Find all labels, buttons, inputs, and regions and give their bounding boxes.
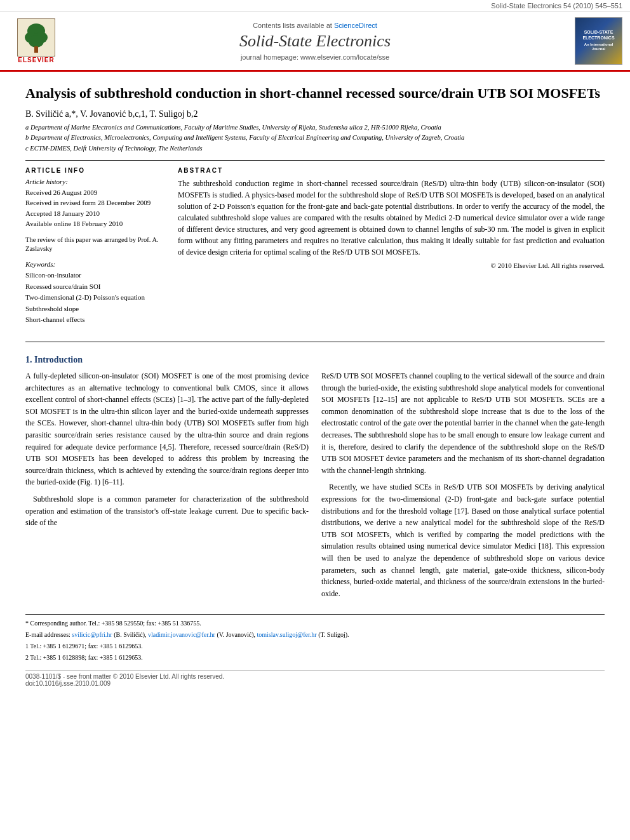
contents-line: Contents lists available at ScienceDirec… [65,22,565,29]
authors-text: B. Sviličić a,*, V. Jovanović b,c,1, T. … [25,109,198,119]
citation-text: Solid-State Electronics 54 (2010) 545–55… [491,2,622,10]
elsevier-tree-icon [17,18,55,57]
footnote-note1: 1 Tel.: +385 1 6129671; fax: +385 1 6129… [25,641,605,651]
abstract-text: The subthreshold conduction regime in sh… [178,178,605,258]
affiliation-b: b Department of Electronics, Microelectr… [25,133,605,143]
divider-top [25,160,605,161]
footnotes-area: * Corresponding author. Tel.: +385 98 52… [25,614,605,662]
homepage-line: journal homepage: www.elsevier.com/locat… [65,53,565,61]
bottom-line1: 0038-1101/$ - see front matter © 2010 El… [25,673,605,680]
affiliations: a Department of Marine Electronics and C… [25,123,605,154]
bottom-bar: 0038-1101/$ - see front matter © 2010 El… [25,670,605,687]
divider-mid [25,342,605,342]
citation-bar: Solid-State Electronics 54 (2010) 545–55… [0,0,630,12]
intro-para-4: Recently, we have studied SCEs in ReS/D … [321,481,605,599]
svg-rect-5 [34,46,38,53]
history-label: Article history: [25,178,165,185]
body-col-right: ReS/D UTB SOI MOSFETs channel coupling t… [321,370,605,604]
article-title: Analysis of subthreshold conduction in s… [25,84,605,103]
sse-logo-text: SOLID-STATE ELECTRONICS An International… [578,30,619,51]
keyword-4: Subthreshold slope [25,303,165,315]
footnote-email: E-mail addresses: svilicic@pfri.hr (B. S… [25,630,605,639]
keyword-2: Recessed source/drain SOI [25,281,165,293]
journal-header: ELSEVIER Contents lists available at Sci… [0,12,630,72]
elsevier-logo-area: ELSEVIER [8,18,65,63]
keyword-1: Silicon-on-insulator [25,270,165,281]
contents-text: Contents lists available at [253,22,332,29]
email-label: E-mail addresses: [25,631,70,638]
bottom-line2: doi:10.1016/j.sse.2010.01.009 [25,680,605,687]
accepted-date: Accepted 18 January 2010 [25,208,165,219]
keyword-3: Two-dimensional (2-D) Poisson's equation [25,292,165,303]
article-history-block: Article history: Received 26 August 2009… [25,178,165,229]
email1: svilicic@pfri.hr [72,631,112,638]
keyword-5: Short-channel effects [25,314,165,326]
elsevier-label: ELSEVIER [18,57,54,63]
keywords-label: Keywords: [25,260,165,268]
main-content: Analysis of subthreshold conduction in s… [0,72,630,700]
footnote-corresponding: * Corresponding author. Tel.: +385 98 52… [25,618,605,628]
journal-title: Solid-State Electronics [65,32,565,51]
article-info-column: ARTICLE INFO Article history: Received 2… [25,167,165,332]
available-date: Available online 18 February 2010 [25,218,165,229]
footnote-note2: 2 Tel.: +385 1 6128898; fax: +385 1 6129… [25,653,605,662]
received-date: Received 26 August 2009 [25,187,165,198]
journal-center: Contents lists available at ScienceDirec… [65,22,565,61]
elsevier-logo: ELSEVIER [8,18,65,63]
abstract-column: ABSTRACT The subthreshold conduction reg… [178,167,605,332]
info-abstract-section: ARTICLE INFO Article history: Received 2… [25,167,605,332]
affiliation-c: c ECTM-DIMES, Delft University of Techno… [25,144,605,154]
body-two-col: A fully-depleted silicon-on-insulator (S… [25,370,605,604]
abstract-copyright: © 2010 Elsevier Ltd. All rights reserved… [178,262,605,269]
intro-para-1: A fully-depleted silicon-on-insulator (S… [25,370,309,488]
review-note: The review of this paper was arranged by… [25,236,165,254]
intro-para-3: ReS/D UTB SOI MOSFETs channel coupling t… [321,370,605,476]
affiliation-a: a Department of Marine Electronics and C… [25,123,605,133]
sse-logo-area: SOLID-STATE ELECTRONICS An International… [565,17,622,65]
name1: (B. Sviličić), [114,631,146,638]
email3: tomislav.suligoj@fer.hr [257,631,317,638]
review-note-block: The review of this paper was arranged by… [25,236,165,254]
abstract-heading: ABSTRACT [178,167,605,174]
name2: (V. Jovanović), [217,631,255,638]
revised-date: Received in revised form 28 December 200… [25,197,165,208]
keywords-block: Keywords: Silicon-on-insulator Recessed … [25,260,165,326]
email2: vladimir.jovanovic@fer.hr [148,631,215,638]
intro-para-2: Subthreshold slope is a common parameter… [25,493,309,529]
sse-logo: SOLID-STATE ELECTRONICS An International… [575,17,622,65]
authors: B. Sviličić a,*, V. Jovanović b,c,1, T. … [25,109,605,119]
article-info-heading: ARTICLE INFO [25,167,165,174]
body-content: 1. Introduction A fully-depleted silicon… [25,355,605,604]
sciencedirect-link[interactable]: ScienceDirect [334,22,377,29]
svg-point-4 [29,35,44,48]
introduction-heading: 1. Introduction [25,355,605,365]
body-col-left: A fully-depleted silicon-on-insulator (S… [25,370,309,604]
name3: (T. Suligoj). [318,631,349,638]
